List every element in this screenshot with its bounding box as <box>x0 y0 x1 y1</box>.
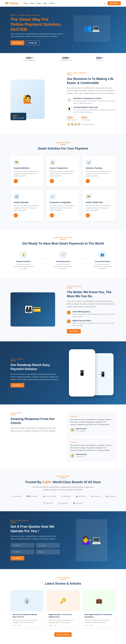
payment-solution-title: Payment Solution <box>13 260 34 262</box>
roadmap-cta-button[interactable]: Get Started <box>10 383 24 388</box>
nav-about[interactable]: About <box>30 2 34 4</box>
stats-bar: 20K+ Total Members 20M+ Transaction 20K+… <box>0 53 126 64</box>
credit-debit-desc: Duis aute irure dolor in reprehenderit i… <box>86 204 112 212</box>
services-divider <box>60 144 66 144</box>
about2-illustration: 👨‍👩‍👧💳 <box>10 292 55 326</box>
about2-content: Why Choose Us The Better We Know You, Th… <box>67 286 116 334</box>
domo-icon: ⚈⚈ <box>26 495 31 498</box>
cta-submit-button[interactable]: Get Started <box>10 556 24 560</box>
about-stat-reviews-number: 450+ <box>81 116 88 119</box>
testimonials-divider <box>10 414 16 415</box>
cta-person-illustration: 💁‍♀️💻 <box>76 519 107 561</box>
cta-email-input[interactable] <box>36 543 60 548</box>
payment-methods-btn[interactable]: › <box>14 179 18 183</box>
cta-description: Duis aute irure dolor in reprehenderit i… <box>10 535 60 540</box>
about2-cta-button[interactable]: Get Started <box>67 329 81 334</box>
brands-tag: Our Partners <box>10 476 116 477</box>
process-title: Get Ready To Have Best Smart Payments In… <box>10 242 116 246</box>
hero-title: The Smart Way For Online Payment Solutio… <box>10 17 66 32</box>
credit-debit-btn[interactable]: › <box>86 213 90 218</box>
phone-mockup-1: 📱 <box>69 349 95 396</box>
hero-buttons: Get Started Contact Us <box>10 40 66 45</box>
blog-post-2-excerpt: Duis aute irure dolor in reprehenderit i… <box>49 619 77 624</box>
blog-post-1-excerpt: Duis aute irure dolor in reprehenderit i… <box>12 619 41 624</box>
ecommerce-btn[interactable]: › <box>50 213 54 218</box>
brand-1: ⚡ BRAND <box>10 495 21 498</box>
cta-phone-input[interactable] <box>10 550 34 554</box>
brand-8: ⬡ BRAND <box>43 502 53 505</box>
brand-elegance: ◆ ELEGANCE <box>43 495 56 498</box>
stars-2: ★★★★★ <box>70 441 112 443</box>
logo-icon: 💳 <box>5 2 8 5</box>
service-payment-methods: 💳 Payment Methods Duis aute irure dolor … <box>10 156 43 187</box>
business-tracking-icon: 📊 <box>86 160 92 165</box>
about2-section: 👨‍👩‍👧💳 Why Choose Us The Better We Know … <box>0 278 126 342</box>
blog-view-all-button[interactable]: View All Articles <box>54 632 72 637</box>
ecommerce-desc: Duis aute irure dolor in reprehenderit i… <box>50 204 76 212</box>
connected-people-title: Connected People <box>92 260 113 262</box>
business-tracking-btn[interactable]: › <box>86 179 90 183</box>
brands-count: 2,000+ <box>42 480 52 484</box>
hero-description: Duis aute irure dolor in reprehenderit i… <box>10 33 66 38</box>
about-stat-badge: 20K+ Happy Customers <box>10 113 26 120</box>
brand-5-icon: ◉ <box>76 495 78 498</box>
secure-transactions-btn[interactable]: › <box>50 179 54 183</box>
hero-illustration: 👥💻 <box>74 15 110 42</box>
nav-contact[interactable]: Contact <box>49 2 54 4</box>
testimonials-section: Our Clients Amazing Response From Our Cl… <box>0 404 126 469</box>
hero-section: Digital. Transparent. Secure The Smart W… <box>0 7 126 53</box>
nav-pages[interactable]: Pages <box>36 2 41 4</box>
payment-methods-desc: Duis aute irure dolor in reprehenderit i… <box>14 170 40 177</box>
blog-post-2-image: 🔑 <box>47 590 80 611</box>
brand-10: ⬟ BRAND <box>73 502 83 505</box>
customers-row: 😊 😄 🙂 😁 Our Happy Customers <box>67 122 116 126</box>
award-icon: 🏆 <box>67 311 71 314</box>
hero-content: Digital. Transparent. Secure The Smart W… <box>10 14 66 45</box>
nav-blog[interactable]: Blog <box>43 2 46 4</box>
blog-post-3-image: 💼 <box>83 590 116 611</box>
blog-post-2-date: JUNE 7, 2022 <box>49 625 57 626</box>
author-1-role: CEO, Company <box>76 430 85 432</box>
blog-tag: Latest Stories <box>10 577 116 578</box>
nav-home[interactable]: Home <box>23 2 28 4</box>
growth-business-title: Growth Business <box>52 260 74 262</box>
blog-post-1-content: Secrets Your Business Mentor Won't Tell … <box>10 611 43 628</box>
services-grid: 💳 Payment Methods Duis aute irure dolor … <box>10 156 116 221</box>
brands-title: Trusted By 2,000+ World-Class Brands Of … <box>10 480 116 484</box>
domo-name: DOMO <box>32 496 37 497</box>
onsite-payments-btn[interactable]: › <box>14 213 18 218</box>
hero-tag: Digital. Transparent. Secure <box>10 14 66 16</box>
cta-subject-input[interactable] <box>36 550 60 554</box>
cta-content: Get A Free Quotes Get A Free Quotes How … <box>10 520 60 560</box>
about-description: Duis aute irure dolor in reprehenderit i… <box>67 87 116 95</box>
growth-business-icon: 📈 <box>59 251 67 258</box>
hero-outline-button[interactable]: Contact Us <box>26 40 40 45</box>
blog-post-2-content: Digital Identity Is The Key To Digital F… <box>47 611 80 628</box>
process-tag: Our Work Process <box>10 237 116 238</box>
transparency-title: Bring More Transparency & Speed <box>74 97 116 99</box>
search-icon[interactable]: 🔍 <box>104 2 106 4</box>
blog-post-1-title: Secrets Your Business Mentor Won't Tell … <box>12 614 41 618</box>
stat-members: 20K+ Total Members <box>23 56 36 61</box>
secure-transactions-icon: 🔒 <box>50 160 56 165</box>
brand-4-name: BRAND <box>64 496 70 497</box>
feature-award: 🏆 Award Wining Agency Duis aute irure do… <box>67 311 116 318</box>
blog-divider <box>60 579 66 580</box>
about2-tag: Why Choose Us <box>67 286 116 287</box>
mobile-icon: 📱 <box>67 106 72 111</box>
blog-view-all-container: View All Articles <box>10 632 116 637</box>
cta-name-input[interactable] <box>10 543 34 548</box>
navigation: 💳 Payberg Home About Pages Blog Contact … <box>0 0 126 7</box>
connector-1 <box>39 259 47 259</box>
growth-business-desc: Duis aute irure dolor in reprehenderit i… <box>52 263 74 270</box>
mobile-text: Powerful Mobile & Online App Duis aute i… <box>74 106 116 113</box>
payment-solution-desc: Duis aute irure dolor in reprehenderit i… <box>13 263 34 270</box>
elegance-icon: ◆ <box>43 495 45 498</box>
customer-avatar-3: 🙂 <box>74 122 77 126</box>
services-header: What We Offer Smart Solution For Your Pa… <box>10 142 116 150</box>
nav-cta-button[interactable]: Get Started <box>108 1 121 5</box>
hero-primary-button[interactable]: Get Started <box>10 40 24 45</box>
brand-10-name: BRAND <box>76 502 83 504</box>
roadmap-image: 📱 📲 <box>67 349 116 396</box>
about-customers-label: Happy Customers <box>12 117 24 119</box>
